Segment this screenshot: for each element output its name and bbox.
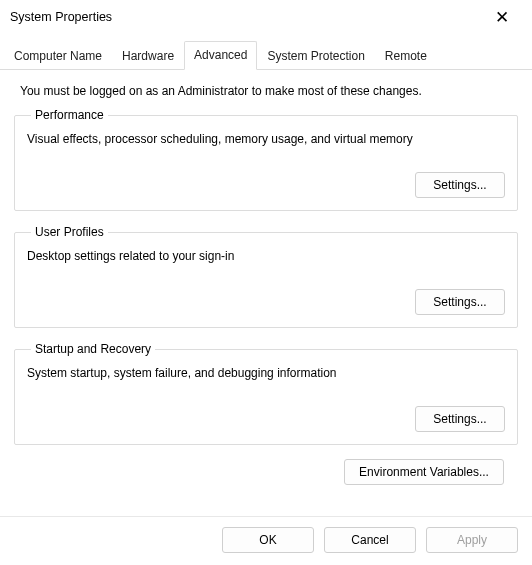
startup-recovery-settings-button[interactable]: Settings... bbox=[415, 406, 505, 432]
group-startup-recovery-legend: Startup and Recovery bbox=[31, 342, 155, 356]
group-performance-legend: Performance bbox=[31, 108, 108, 122]
tab-content-advanced: You must be logged on as an Administrato… bbox=[0, 70, 532, 489]
environment-variables-button[interactable]: Environment Variables... bbox=[344, 459, 504, 485]
group-performance-desc: Visual effects, processor scheduling, me… bbox=[27, 132, 505, 146]
title-bar: System Properties ✕ bbox=[0, 0, 532, 34]
window-title: System Properties bbox=[10, 10, 112, 24]
cancel-button[interactable]: Cancel bbox=[324, 527, 416, 553]
user-profiles-settings-button[interactable]: Settings... bbox=[415, 289, 505, 315]
tab-hardware[interactable]: Hardware bbox=[112, 42, 184, 70]
performance-settings-button[interactable]: Settings... bbox=[415, 172, 505, 198]
close-button[interactable]: ✕ bbox=[482, 3, 522, 31]
tab-system-protection[interactable]: System Protection bbox=[257, 42, 374, 70]
group-startup-recovery-desc: System startup, system failure, and debu… bbox=[27, 366, 505, 380]
group-user-profiles-legend: User Profiles bbox=[31, 225, 108, 239]
ok-button[interactable]: OK bbox=[222, 527, 314, 553]
apply-button[interactable]: Apply bbox=[426, 527, 518, 553]
group-startup-recovery: Startup and Recovery System startup, sys… bbox=[14, 342, 518, 445]
group-performance-actions: Settings... bbox=[27, 172, 505, 198]
environment-variables-row: Environment Variables... bbox=[14, 459, 518, 485]
dialog-footer: OK Cancel Apply bbox=[0, 516, 532, 565]
tab-computer-name[interactable]: Computer Name bbox=[4, 42, 112, 70]
tab-strip: Computer Name Hardware Advanced System P… bbox=[0, 34, 532, 70]
close-icon: ✕ bbox=[495, 7, 509, 28]
group-user-profiles-desc: Desktop settings related to your sign-in bbox=[27, 249, 505, 263]
intro-text: You must be logged on as an Administrato… bbox=[14, 84, 518, 98]
group-startup-recovery-actions: Settings... bbox=[27, 406, 505, 432]
group-user-profiles-actions: Settings... bbox=[27, 289, 505, 315]
tab-remote[interactable]: Remote bbox=[375, 42, 437, 70]
tab-advanced[interactable]: Advanced bbox=[184, 41, 257, 70]
group-performance: Performance Visual effects, processor sc… bbox=[14, 108, 518, 211]
group-user-profiles: User Profiles Desktop settings related t… bbox=[14, 225, 518, 328]
